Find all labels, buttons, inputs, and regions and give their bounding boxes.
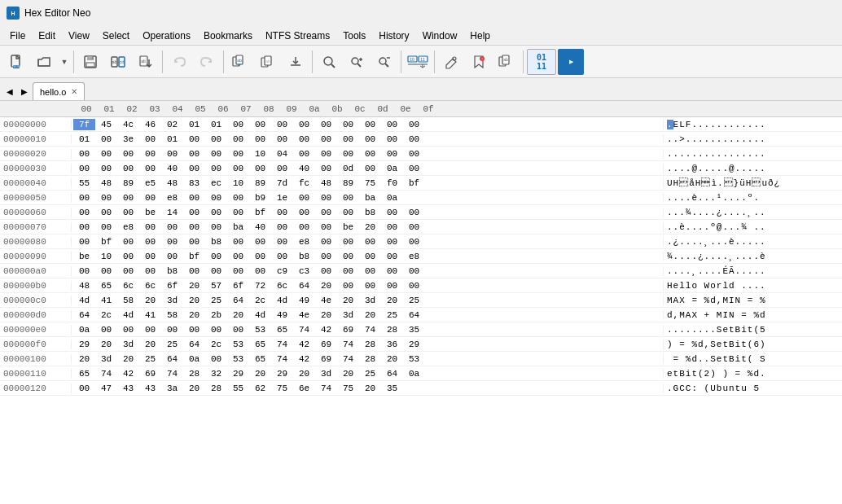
menu-view[interactable]: View [62, 27, 96, 45]
hex-byte[interactable]: 00 [271, 251, 293, 262]
hex-byte[interactable]: 00 [337, 251, 359, 262]
hex-byte[interactable]: 00 [139, 134, 161, 145]
hex-byte[interactable]: 20 [381, 353, 403, 365]
hex-byte[interactable]: 02 [161, 119, 183, 130]
hex-byte[interactable]: 00 [359, 119, 381, 130]
hex-byte[interactable]: 20 [183, 383, 205, 394]
hex-byte[interactable]: 29 [271, 368, 293, 379]
hex-byte[interactable]: 75 [271, 383, 293, 394]
hex-byte[interactable]: 00 [227, 119, 249, 130]
hex-byte[interactable]: 3d [117, 339, 139, 350]
hex-byte[interactable]: 53 [227, 353, 249, 365]
hex-byte[interactable]: 00 [161, 236, 183, 248]
hex-byte[interactable]: 00 [139, 265, 161, 277]
hex-byte[interactable]: 20 [381, 295, 403, 306]
hex-byte[interactable]: 00 [249, 163, 271, 174]
hex-byte[interactable]: 00 [227, 163, 249, 174]
hex-byte[interactable]: 00 [359, 163, 381, 174]
hex-byte[interactable]: 41 [139, 309, 161, 321]
hex-byte[interactable]: 00 [315, 251, 337, 262]
hex-byte[interactable]: 00 [117, 265, 139, 277]
hex-byte[interactable]: b8 [161, 265, 183, 277]
hex-byte[interactable]: 00 [315, 163, 337, 174]
hex-byte[interactable]: 55 [227, 383, 249, 394]
hex-byte[interactable]: 42 [315, 324, 337, 335]
hex-byte[interactable]: 69 [139, 368, 161, 379]
hex-byte[interactable]: 55 [73, 177, 95, 189]
hex-byte[interactable]: 00 [359, 134, 381, 145]
hex-byte[interactable]: 28 [205, 383, 227, 394]
hex-byte[interactable]: 20 [139, 295, 161, 306]
hex-byte[interactable]: 49 [271, 309, 293, 321]
hex-byte[interactable]: b8 [293, 251, 315, 262]
hex-byte[interactable]: 00 [117, 192, 139, 204]
hex-byte[interactable]: 00 [227, 236, 249, 248]
open-recent-button[interactable]: ▼ [59, 49, 70, 75]
hex-byte[interactable]: 64 [161, 353, 183, 365]
hex-byte[interactable]: 00 [205, 324, 227, 335]
hex-byte[interactable]: 62 [249, 383, 271, 394]
hex-byte[interactable]: 64 [293, 280, 315, 291]
hex-byte[interactable]: 00 [183, 148, 205, 160]
hex-byte[interactable]: 00 [183, 221, 205, 233]
menu-window[interactable]: Window [416, 27, 464, 45]
menu-tools[interactable]: Tools [336, 27, 372, 45]
menu-operations[interactable]: Operations [136, 27, 197, 45]
hex-byte[interactable]: 00 [205, 192, 227, 204]
hex-byte[interactable]: 00 [227, 148, 249, 160]
hex-byte[interactable]: 00 [95, 265, 117, 277]
hex-byte[interactable]: fc [293, 177, 315, 189]
menu-ntfs-streams[interactable]: NTFS Streams [259, 27, 336, 45]
hex-byte[interactable]: 00 [381, 221, 403, 233]
hex-byte[interactable]: 00 [73, 163, 95, 174]
hex-byte[interactable]: 00 [249, 251, 271, 262]
hex-byte[interactable]: 00 [337, 119, 359, 130]
tab-prev-button[interactable]: ◀ [3, 82, 16, 100]
hex-byte[interactable]: 6c [271, 280, 293, 291]
hex-byte[interactable]: 48 [161, 177, 183, 189]
export2-button[interactable] [283, 49, 309, 75]
hex-byte[interactable]: 00 [337, 148, 359, 160]
hex-byte[interactable]: 00 [161, 324, 183, 335]
tab-next-button[interactable]: ▶ [18, 82, 31, 100]
hex-byte[interactable]: 00 [337, 192, 359, 204]
hex-byte[interactable]: 29 [403, 339, 425, 350]
hex-byte[interactable]: 20 [73, 353, 95, 365]
hex-byte[interactable]: 00 [73, 148, 95, 160]
hex-byte[interactable]: 00 [139, 221, 161, 233]
hex-byte[interactable]: 20 [315, 309, 337, 321]
hex-byte[interactable]: 00 [403, 221, 425, 233]
hex-byte[interactable]: 3d [161, 295, 183, 306]
hex-byte[interactable]: 20 [117, 353, 139, 365]
copy-hex-button[interactable]: abFF [227, 49, 253, 75]
hex-byte[interactable]: 69 [315, 353, 337, 365]
hex-byte[interactable]: 00 [271, 163, 293, 174]
copy-as-button[interactable]: ab [493, 49, 520, 75]
hex-byte[interactable]: 36 [381, 339, 403, 350]
hex-byte[interactable]: 64 [227, 295, 249, 306]
hex-byte[interactable]: b8 [205, 236, 227, 248]
find-next-button[interactable] [344, 49, 370, 75]
hex-byte[interactable]: 00 [117, 251, 139, 262]
hex-byte[interactable]: 14 [161, 207, 183, 218]
hex-byte[interactable]: e8 [117, 221, 139, 233]
hex-byte[interactable]: 00 [293, 148, 315, 160]
hex-byte[interactable]: 4d [117, 309, 139, 321]
hex-byte[interactable]: 00 [381, 207, 403, 218]
hex-byte[interactable]: e8 [161, 192, 183, 204]
hex-byte[interactable]: 00 [293, 221, 315, 233]
hex-byte[interactable]: 41 [95, 295, 117, 306]
hex-byte[interactable]: 40 [161, 163, 183, 174]
paste-hex-button[interactable]: ab [255, 49, 281, 75]
menu-select[interactable]: Select [96, 27, 136, 45]
hex-byte[interactable]: 00 [403, 148, 425, 160]
hex-byte[interactable]: 00 [359, 280, 381, 291]
hex-byte[interactable]: 42 [293, 339, 315, 350]
hex-byte[interactable]: 20 [337, 295, 359, 306]
redo-button[interactable] [194, 49, 220, 75]
hex-byte[interactable]: 75 [337, 383, 359, 394]
hex-byte[interactable]: 53 [403, 353, 425, 365]
hex-byte[interactable]: 00 [381, 119, 403, 130]
hex-byte[interactable]: 25 [205, 295, 227, 306]
hex-byte[interactable]: 0a [403, 368, 425, 379]
